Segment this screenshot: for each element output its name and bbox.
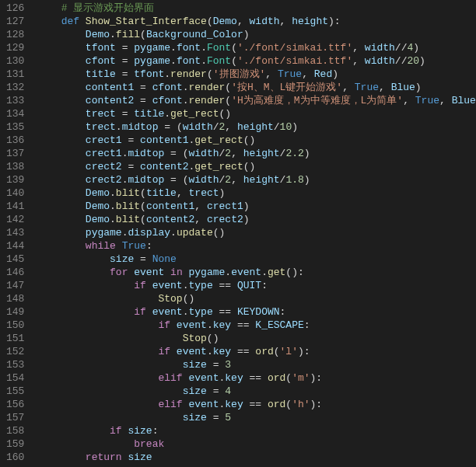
line-number: 158 [6,424,24,437]
code-line[interactable]: elif event.key == ord('h'): [37,398,476,411]
code-line[interactable]: tfont = pygame.font.Font('./font/simkai.… [37,41,476,54]
code-line[interactable]: pygame.display.update() [37,226,476,239]
code-line[interactable]: return size [37,451,476,464]
line-number: 148 [6,292,24,305]
code-line[interactable]: crect1 = content1.get_rect() [37,134,476,147]
code-line[interactable]: Demo.blit(title, trect) [37,186,476,200]
code-line[interactable]: if event.key == K_ESCAPE: [37,319,476,332]
line-number: 141 [6,200,24,213]
code-line[interactable]: size = 4 [37,385,476,398]
line-number: 134 [6,107,24,120]
line-number: 126 [6,2,24,15]
line-number: 144 [6,239,24,253]
line-number: 152 [6,345,24,358]
code-line[interactable]: if event.type == QUIT: [37,279,476,292]
code-line[interactable]: content2 = cfont.render('H为高难度，M为中等难度，L为… [37,94,476,107]
code-line[interactable]: Stop() [37,292,476,305]
code-line[interactable]: trect = title.get_rect() [37,107,476,120]
line-number: 128 [6,28,24,41]
code-line[interactable]: cfont = pygame.font.Font('./font/simkai.… [37,54,476,68]
line-number-gutter: 1261271281291301311321331341351361371381… [0,0,33,467]
code-line[interactable]: crect2.midtop = (width/2, height/1.8) [37,173,476,186]
code-line[interactable]: crect1.midtop = (width/2, height/2.2) [37,147,476,160]
code-line[interactable]: trect.midtop = (width/2, height/10) [37,120,476,134]
code-line[interactable]: Stop() [37,332,476,345]
code-line[interactable]: break [37,437,476,451]
code-line[interactable]: content1 = cfont.render('按H、M、L键开始游戏', T… [37,81,476,94]
code-line[interactable]: for event in pygame.event.get(): [37,266,476,279]
code-line[interactable]: size = None [37,253,476,266]
line-number: 159 [6,437,24,451]
line-number: 157 [6,411,24,424]
line-number: 131 [6,68,24,81]
line-number: 132 [6,81,24,94]
code-line[interactable]: while True: [37,239,476,253]
line-number: 135 [6,120,24,134]
code-line[interactable]: Demo.blit(content2, crect2) [37,213,476,226]
code-line[interactable]: crect2 = content2.get_rect() [37,160,476,173]
code-line[interactable]: title = tfont.render('拼图游戏', True, Red) [37,68,476,81]
code-line[interactable]: if event.type == KEYDOWN: [37,305,476,319]
line-number: 145 [6,253,24,266]
code-line[interactable]: if event.key == ord('l'): [37,345,476,358]
code-line[interactable]: Demo.fill(Background_Color) [37,28,476,41]
code-line[interactable]: elif event.key == ord('m'): [37,371,476,385]
line-number: 146 [6,266,24,279]
line-number: 160 [6,451,24,464]
code-line[interactable]: # 显示游戏开始界面 [37,2,476,15]
line-number: 138 [6,160,24,173]
line-number: 143 [6,226,24,239]
line-number: 136 [6,134,24,147]
line-number: 140 [6,186,24,200]
line-number: 130 [6,54,24,68]
line-number: 147 [6,279,24,292]
line-number: 154 [6,371,24,385]
line-number: 133 [6,94,24,107]
code-line[interactable]: def Show_Start_Interface(Demo, width, he… [37,15,476,28]
line-number: 129 [6,41,24,54]
code-editor[interactable]: 1261271281291301311321331341351361371381… [0,0,476,467]
line-number: 142 [6,213,24,226]
line-number: 151 [6,332,24,345]
code-line[interactable]: if size: [37,424,476,437]
line-number: 155 [6,385,24,398]
line-number: 137 [6,147,24,160]
line-number: 156 [6,398,24,411]
code-line[interactable]: size = 5 [37,411,476,424]
line-number: 149 [6,305,24,319]
line-number: 150 [6,319,24,332]
code-line[interactable]: size = 3 [37,358,476,371]
code-area[interactable]: # 显示游戏开始界面 def Show_Start_Interface(Demo… [33,0,476,467]
code-line[interactable]: Demo.blit(content1, crect1) [37,200,476,213]
line-number: 139 [6,173,24,186]
line-number: 153 [6,358,24,371]
line-number: 127 [6,15,24,28]
